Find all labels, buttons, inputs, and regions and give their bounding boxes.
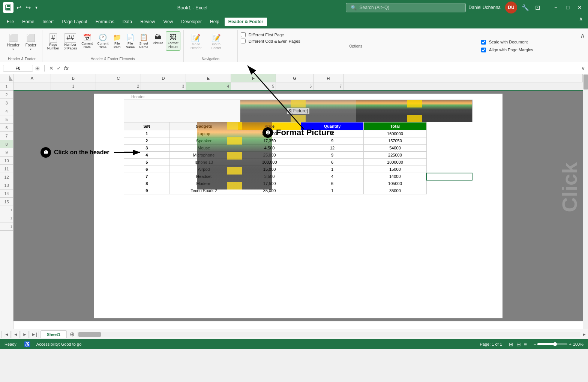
- undo-button[interactable]: ↩: [15, 3, 23, 13]
- scale-with-doc-checkbox[interactable]: [481, 40, 486, 45]
- cell-total-4[interactable]: 225000: [364, 152, 426, 159]
- cancel-formula-icon[interactable]: ✕: [48, 64, 54, 72]
- menu-review[interactable]: Review: [136, 18, 159, 26]
- ribbon-go-to-header-button[interactable]: 📝 Go toHeader: [187, 31, 206, 52]
- quick-access-more[interactable]: ▾: [34, 3, 39, 12]
- menu-page-layout[interactable]: Page Layout: [58, 18, 91, 26]
- cell-sn-6[interactable]: 6: [124, 166, 170, 173]
- cell-sn-8[interactable]: 8: [124, 180, 170, 187]
- cell-price-6[interactable]: 15,000: [238, 166, 301, 173]
- name-box[interactable]: [3, 65, 33, 72]
- picture-placeholder-cell[interactable]: &[Picture]: [240, 100, 356, 122]
- cell-qty-6[interactable]: 1: [301, 166, 363, 173]
- normal-view-button[interactable]: ⊞: [508, 340, 514, 348]
- cell-total-2[interactable]: 157050: [364, 137, 426, 145]
- menu-developer[interactable]: Developer: [177, 18, 206, 26]
- search-box[interactable]: 🔍: [346, 3, 466, 12]
- cell-sn-9[interactable]: 9: [124, 187, 170, 194]
- col-header-h[interactable]: H: [314, 74, 344, 82]
- menu-view[interactable]: View: [160, 18, 177, 26]
- cell-sn-1[interactable]: 1: [124, 130, 170, 137]
- ribbon-format-picture-button[interactable]: 🖼 FormatPicture: [166, 31, 180, 51]
- zoom-slider-thumb[interactable]: [553, 342, 557, 346]
- col-header-b[interactable]: B: [51, 74, 96, 82]
- insert-function-icon[interactable]: fx: [63, 64, 69, 72]
- cell-price-3[interactable]: 4,500: [238, 145, 301, 152]
- ribbon-picture-button[interactable]: 🏔 Picture: [151, 31, 165, 47]
- menu-header-footer[interactable]: Header & Footer: [224, 17, 268, 27]
- formula-input[interactable]: [71, 66, 580, 71]
- scroll-prev-button[interactable]: ◄: [12, 331, 20, 338]
- ribbon-current-time-button[interactable]: 🕐 CurrentTime: [95, 31, 110, 51]
- cell-qty-3[interactable]: 12: [301, 145, 363, 152]
- menu-formulas[interactable]: Formulas: [92, 18, 118, 26]
- col-header-c[interactable]: C: [96, 74, 141, 82]
- expand-formula-icon[interactable]: ⊞: [34, 64, 40, 72]
- spreadsheet-content[interactable]: A B C D E F G H 1 2 3 4 5 6 7: [14, 74, 583, 329]
- zoom-out-button[interactable]: −: [534, 342, 536, 346]
- cell-qty-1[interactable]: 8: [301, 130, 363, 137]
- header-right[interactable]: [356, 100, 472, 122]
- col-header-a[interactable]: A: [14, 74, 51, 82]
- cell-qty-2[interactable]: 9: [301, 137, 363, 145]
- page-layout-view-button[interactable]: ⊟: [516, 340, 522, 348]
- cell-price-2[interactable]: 17,350: [238, 137, 301, 145]
- maximize-button[interactable]: □: [562, 2, 573, 13]
- ribbon-file-name-button[interactable]: 📄 FileName: [124, 31, 136, 51]
- diff-odd-even-checkbox[interactable]: [241, 39, 246, 43]
- horizontal-scrollbar[interactable]: [78, 332, 580, 337]
- ribbon-sheet-name-button[interactable]: 📋 SheetName: [137, 31, 150, 51]
- cell-sn-3[interactable]: 3: [124, 145, 170, 152]
- page-break-view-button[interactable]: ≡: [523, 340, 528, 348]
- menu-help[interactable]: Help: [206, 18, 223, 26]
- vertical-scrollbar[interactable]: [583, 74, 588, 329]
- header-zone[interactable]: &[Picture]: [124, 100, 472, 122]
- cell-qty-4[interactable]: 9: [301, 152, 363, 159]
- save-button[interactable]: [3, 2, 14, 13]
- cell-qty-9[interactable]: 1: [301, 187, 363, 194]
- cell-sn-4[interactable]: 4: [124, 152, 170, 159]
- zoom-in-button[interactable]: +: [569, 342, 571, 346]
- hscroll-thumb[interactable]: [78, 332, 101, 337]
- scroll-last-button[interactable]: ►|: [30, 331, 39, 338]
- redo-button[interactable]: ↪: [24, 3, 32, 13]
- cell-f8-active[interactable]: [426, 173, 472, 180]
- cell-sn-2[interactable]: 2: [124, 137, 170, 145]
- close-button[interactable]: ✕: [574, 2, 585, 13]
- add-sheet-button[interactable]: ⊕: [67, 329, 78, 339]
- scroll-next-button[interactable]: ►: [21, 331, 29, 338]
- cell-total-8[interactable]: 105000: [364, 180, 426, 187]
- ribbon-current-date-button[interactable]: 📅 CurrentDate: [80, 31, 94, 51]
- cell-total-5[interactable]: 1800000: [364, 159, 426, 166]
- ribbon-file-path-button[interactable]: 📁 FilePath: [111, 31, 123, 51]
- cell-total-1[interactable]: 1600000: [364, 130, 426, 137]
- col-header-g[interactable]: G: [276, 74, 314, 82]
- confirm-formula-icon[interactable]: ✓: [56, 64, 62, 72]
- cell-total-7[interactable]: 14000: [364, 173, 426, 180]
- col-header-d[interactable]: D: [141, 74, 186, 82]
- zoom-slider[interactable]: [537, 343, 567, 345]
- restore-icon[interactable]: ⊡: [534, 3, 542, 13]
- cell-qty-7[interactable]: 4: [301, 173, 363, 180]
- ribbon-collapse-arrow[interactable]: ∧: [580, 31, 585, 40]
- header-center[interactable]: &[Picture]: [240, 100, 357, 122]
- hscroll-right-button[interactable]: ►: [580, 331, 588, 338]
- cell-total-9[interactable]: 35000: [364, 187, 426, 194]
- menu-insert[interactable]: Insert: [39, 18, 57, 26]
- cell-total-3[interactable]: 54000: [364, 145, 426, 152]
- menu-home[interactable]: Home: [18, 18, 38, 26]
- col-header-e[interactable]: E: [186, 74, 231, 82]
- minimize-button[interactable]: −: [550, 2, 561, 13]
- align-margins-checkbox[interactable]: [481, 48, 486, 52]
- sheet-tab-sheet1[interactable]: Sheet1: [40, 330, 67, 338]
- header-left[interactable]: [124, 100, 240, 122]
- cell-sn-5[interactable]: 5: [124, 159, 170, 166]
- ribbon-collapse-button[interactable]: ∧: [577, 15, 585, 22]
- ribbon-footer-button[interactable]: ⬜ Footer ▾: [23, 31, 39, 53]
- scrollbar-thumb[interactable]: [584, 75, 588, 90]
- settings-icon[interactable]: 🔧: [520, 3, 531, 13]
- cell-price-1[interactable]: 200,000: [238, 130, 301, 137]
- ribbon-num-pages-button[interactable]: ## Numberof Pages: [62, 31, 79, 52]
- formula-expand-button[interactable]: ∨: [581, 65, 585, 71]
- ribbon-header-button[interactable]: ⬜ Header ▾: [4, 31, 22, 53]
